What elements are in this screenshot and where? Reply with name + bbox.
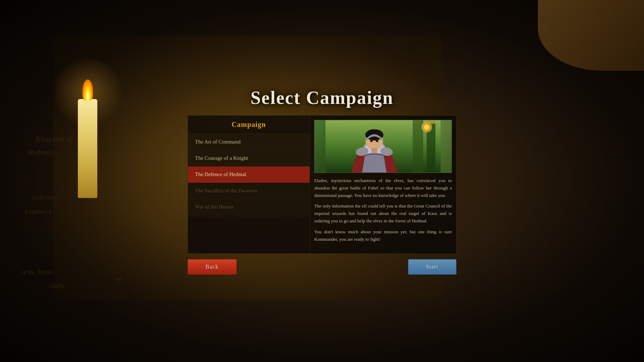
campaign-list-header: Campaign — [188, 116, 310, 134]
dialog-body: Campaign The Art of Command The Courage … — [188, 115, 456, 254]
campaign-list-bottom — [188, 218, 310, 253]
dialog-buttons: Back Start — [188, 254, 456, 275]
campaign-description: Eladen, mysterious enchantress of the el… — [314, 177, 452, 243]
dialog-title: Select Campaign — [251, 87, 393, 108]
dialog-overlay: Select Campaign Campaign The Art of Comm… — [0, 0, 644, 362]
campaign-item-4: War of the Heroes — [188, 199, 310, 215]
campaign-list-panel: Campaign The Art of Command The Courage … — [188, 116, 310, 253]
campaign-item-2[interactable]: The Defence of Hedmal — [188, 167, 310, 183]
back-button[interactable]: Back — [188, 259, 237, 275]
portrait-svg — [315, 120, 452, 173]
campaign-detail-panel: Eladen, mysterious enchantress of the el… — [310, 116, 456, 253]
campaign-item-1[interactable]: The Courage of a Knight — [188, 150, 310, 167]
svg-point-11 — [370, 139, 373, 142]
svg-rect-15 — [372, 148, 377, 153]
campaign-portrait — [314, 120, 452, 173]
campaign-item-0[interactable]: The Art of Command — [188, 134, 310, 150]
svg-point-12 — [376, 139, 379, 142]
campaign-item-3: The Sacrifice of the Dwarves — [188, 183, 310, 199]
start-button[interactable]: Start — [408, 259, 456, 275]
svg-point-6 — [424, 124, 430, 130]
